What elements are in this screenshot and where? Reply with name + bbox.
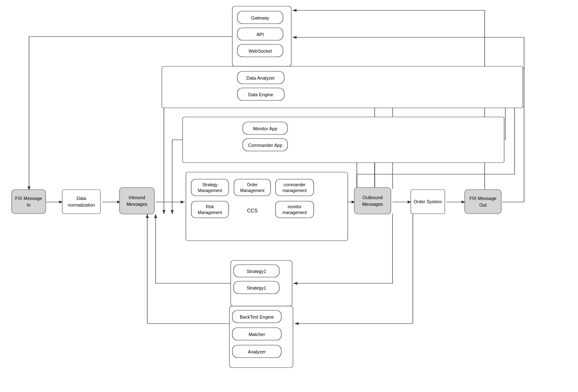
svg-text:Management: Management: [240, 188, 265, 193]
svg-rect-30: [234, 179, 271, 196]
svg-text:monitor: monitor: [288, 205, 302, 209]
svg-rect-56: [62, 190, 100, 214]
svg-text:Messages: Messages: [127, 202, 148, 207]
svg-text:Inbound: Inbound: [129, 195, 145, 200]
svg-rect-53: [12, 190, 46, 214]
svg-text:Analyzer: Analyzer: [248, 349, 266, 354]
svg-rect-8: [162, 66, 523, 108]
svg-text:CCS: CCS: [247, 208, 257, 214]
svg-rect-33: [276, 179, 314, 196]
svg-text:Commander App: Commander App: [248, 143, 283, 148]
svg-text:API: API: [256, 32, 264, 37]
svg-text:FIX Message: FIX Message: [15, 196, 42, 201]
svg-text:WebSocket: WebSocket: [249, 49, 272, 54]
svg-rect-9: [183, 117, 504, 163]
diagram-container: Gateway API WebSocket Data Analyzer Data…: [0, 0, 578, 392]
svg-rect-62: [354, 187, 391, 214]
svg-text:Strategy1: Strategy1: [246, 269, 266, 274]
svg-text:Data Engine: Data Engine: [248, 92, 273, 97]
svg-text:Messages: Messages: [362, 202, 383, 207]
svg-rect-67: [465, 190, 501, 214]
svg-text:Strategy1: Strategy1: [246, 285, 266, 290]
svg-text:In: In: [27, 202, 30, 207]
svg-text:commander: commander: [284, 183, 306, 187]
svg-text:Management: Management: [198, 188, 222, 193]
svg-text:normalization: normalization: [68, 202, 95, 207]
svg-text:Management: Management: [198, 210, 222, 215]
svg-rect-27: [191, 179, 229, 196]
svg-text:Matcher: Matcher: [249, 332, 265, 337]
svg-text:FIX Message: FIX Message: [470, 196, 497, 201]
svg-text:Data Analyzer: Data Analyzer: [246, 75, 275, 80]
svg-rect-59: [120, 187, 154, 214]
svg-text:Strategy: Strategy: [202, 183, 217, 187]
svg-text:management: management: [283, 210, 307, 215]
svg-text:Order: Order: [247, 183, 258, 187]
svg-text:Monitor App: Monitor App: [253, 126, 278, 131]
svg-text:management: management: [283, 188, 307, 193]
svg-text:Out: Out: [479, 202, 487, 207]
svg-text:Data: Data: [76, 196, 86, 201]
svg-text:Risk: Risk: [206, 205, 214, 209]
svg-text:Gateway: Gateway: [251, 15, 269, 20]
svg-text:Order System: Order System: [414, 199, 442, 204]
svg-rect-40: [276, 201, 314, 218]
svg-rect-36: [191, 201, 229, 218]
svg-text:Outbound: Outbound: [363, 195, 383, 200]
architecture-diagram: Gateway API WebSocket Data Analyzer Data…: [0, 0, 578, 392]
svg-text:BackTest Engine: BackTest Engine: [240, 314, 274, 319]
